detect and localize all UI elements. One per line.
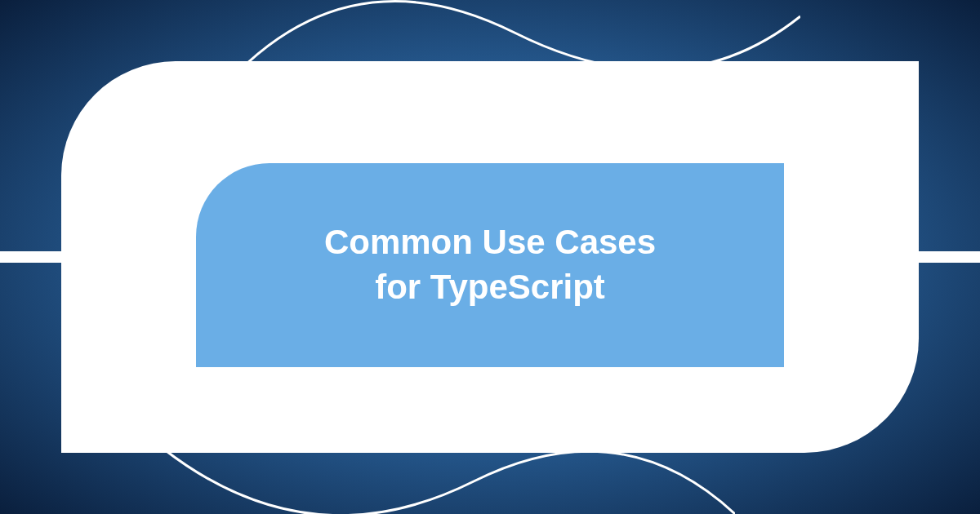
title-line-2: for TypeScript bbox=[375, 268, 605, 306]
title-line-1: Common Use Cases bbox=[324, 223, 656, 261]
outer-card: Common Use Cases for TypeScript bbox=[61, 61, 919, 453]
page-title: Common Use Cases for TypeScript bbox=[324, 220, 656, 309]
inner-card: Common Use Cases for TypeScript bbox=[196, 163, 784, 367]
